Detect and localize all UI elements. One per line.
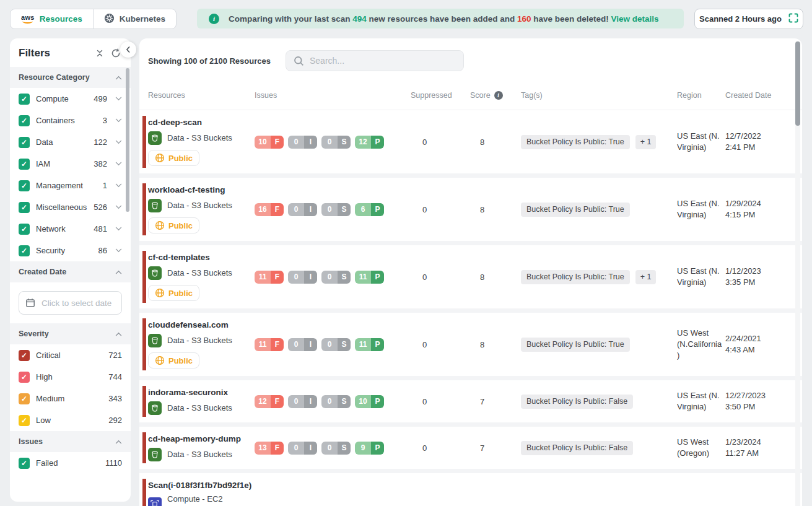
chevron-down-icon[interactable] — [113, 118, 122, 123]
checkbox-checked-icon[interactable]: ✓ — [19, 245, 30, 256]
suppressed-badge[interactable]: 0S — [321, 271, 351, 284]
chevron-down-icon[interactable] — [113, 227, 122, 231]
filter-item-medium[interactable]: ✓Medium343 — [10, 388, 131, 409]
resource-name[interactable]: cd-heap-memory-dump — [148, 434, 255, 443]
informational-badge[interactable]: 0I — [288, 442, 317, 455]
passed-badge[interactable]: 11P — [355, 338, 384, 351]
table-row[interactable]: workload-cf-testing Data - S3 Buckets — [139, 178, 802, 245]
checkbox-checked-icon[interactable]: ✓ — [19, 94, 30, 105]
resource-name[interactable]: Scan(i-018f3f1fb7bd92f1e) — [148, 481, 255, 490]
checkbox-checked-icon[interactable]: ✓ — [19, 180, 30, 191]
failed-badge[interactable]: 12F — [255, 395, 284, 408]
filter-item-security[interactable]: ✓Security86 — [10, 240, 131, 261]
search-box[interactable] — [286, 50, 464, 71]
filter-item-critical[interactable]: ✓Critical721 — [10, 344, 131, 366]
failed-badge[interactable]: 16F — [255, 203, 284, 216]
informational-badge[interactable]: 0I — [288, 271, 317, 284]
col-tags[interactable]: Tag(s) — [521, 91, 677, 100]
table-row[interactable]: cd-deep-scan Data - S3 Buckets — [139, 110, 802, 178]
table-row[interactable]: Scan(i-018f3f1fb7bd92f1e) Compute - EC2 … — [139, 473, 802, 506]
chevron-down-icon[interactable] — [113, 162, 122, 166]
resource-name[interactable]: workload-cf-testing — [148, 185, 255, 194]
table-row[interactable]: clouddefenseai.com Data - S3 Buckets — [139, 313, 802, 380]
resource-name[interactable]: cd-deep-scan — [148, 118, 255, 127]
checkbox-checked-icon[interactable]: ✓ — [19, 458, 30, 469]
col-resources[interactable]: Resources — [148, 91, 255, 100]
tab-kubernetes[interactable]: Kubernetes — [93, 9, 176, 28]
informational-badge[interactable]: 0I — [288, 136, 317, 149]
table-row[interactable]: cd-heap-memory-dump Data - S3 Buckets — [139, 427, 802, 473]
passed-badge[interactable]: 11P — [355, 271, 384, 284]
filter-item-network[interactable]: ✓Network481 — [10, 218, 131, 240]
chevron-down-icon[interactable] — [113, 205, 122, 209]
checkbox-checked-icon[interactable]: ✓ — [19, 415, 30, 426]
suppressed-badge[interactable]: 0S — [321, 395, 351, 408]
col-issues[interactable]: Issues — [255, 91, 411, 100]
table-row[interactable]: cf-cd-templates Data - S3 Buckets — [139, 245, 802, 313]
passed-badge[interactable]: 9P — [355, 442, 384, 455]
passed-badge[interactable]: 10P — [355, 395, 384, 408]
checkbox-checked-icon[interactable]: ✓ — [19, 372, 30, 383]
tab-aws-resources[interactable]: aws Resources — [11, 9, 93, 28]
section-resource-category[interactable]: Resource Category — [10, 67, 131, 88]
extra-tags-pill[interactable]: + 1 — [635, 270, 657, 284]
filter-item-compute[interactable]: ✓Compute499 — [10, 88, 131, 110]
col-score[interactable]: Score i — [470, 91, 521, 100]
badge-count: 0 — [321, 442, 338, 455]
filter-item-data[interactable]: ✓Data122 — [10, 131, 131, 153]
informational-badge[interactable]: 0I — [288, 203, 317, 216]
resource-name[interactable]: indorama-securonix — [148, 388, 255, 397]
suppressed-badge[interactable]: 0S — [321, 338, 351, 351]
chevron-down-icon[interactable] — [113, 140, 122, 144]
passed-badge[interactable]: 6P — [355, 203, 384, 216]
suppressed-badge[interactable]: 0S — [321, 203, 351, 216]
filter-item-iam[interactable]: ✓IAM382 — [10, 153, 131, 175]
failed-badge[interactable]: 13F — [255, 442, 284, 455]
informational-badge[interactable]: 0I — [288, 338, 317, 351]
search-icon — [294, 56, 304, 66]
filter-item-miscellaneous[interactable]: ✓Miscellaneous526 — [10, 196, 131, 218]
failed-badge[interactable]: 11F — [255, 338, 284, 351]
checkbox-checked-icon[interactable]: ✓ — [19, 115, 30, 126]
score-info-icon[interactable]: i — [494, 91, 503, 100]
checkbox-checked-icon[interactable]: ✓ — [19, 137, 30, 148]
chevron-down-icon[interactable] — [113, 97, 122, 101]
collapse-sidebar-button[interactable] — [120, 41, 136, 58]
table-row[interactable]: indorama-securonix Data - S3 Buckets — [139, 380, 802, 427]
section-created-date[interactable]: Created Date — [10, 261, 131, 282]
scan-comparison-banner: i Comparing with your last scan 494 new … — [197, 9, 684, 28]
failed-badge[interactable]: 10F — [255, 136, 284, 149]
checkbox-checked-icon[interactable]: ✓ — [19, 202, 30, 213]
suppressed-badge[interactable]: 0S — [321, 442, 351, 455]
filter-item-high[interactable]: ✓High744 — [10, 366, 131, 388]
col-created[interactable]: Created Date — [725, 91, 790, 100]
col-suppressed[interactable]: Suppressed — [411, 91, 470, 100]
informational-badge[interactable]: 0I — [288, 395, 317, 408]
checkbox-checked-icon[interactable]: ✓ — [19, 224, 30, 235]
resource-name[interactable]: clouddefenseai.com — [148, 320, 255, 329]
filter-item-failed[interactable]: ✓Failed1110 — [10, 452, 131, 474]
failed-badge[interactable]: 11F — [255, 271, 284, 284]
chevron-down-icon[interactable] — [113, 248, 122, 253]
table-scrollbar-thumb[interactable] — [795, 41, 800, 126]
filter-item-management[interactable]: ✓Management1 — [10, 175, 131, 196]
section-severity[interactable]: Severity — [10, 323, 131, 344]
extra-tags-pill[interactable]: + 1 — [635, 135, 657, 149]
checkbox-checked-icon[interactable]: ✓ — [19, 350, 30, 361]
date-picker-input[interactable]: Click to select date — [19, 291, 122, 315]
section-issues[interactable]: Issues — [10, 431, 131, 452]
filter-item-containers[interactable]: ✓Containers3 — [10, 110, 131, 131]
sidebar-scrollbar[interactable] — [126, 68, 129, 212]
filter-item-low[interactable]: ✓Low292 — [10, 409, 131, 431]
view-details-link[interactable]: View details — [611, 14, 659, 24]
checkbox-checked-icon[interactable]: ✓ — [19, 393, 30, 404]
search-input[interactable] — [310, 56, 446, 66]
col-region[interactable]: Region — [677, 91, 725, 100]
checkbox-checked-icon[interactable]: ✓ — [19, 159, 30, 170]
scanned-status-button[interactable]: Scanned 2 Hours ago — [694, 9, 803, 29]
passed-badge[interactable]: 12P — [355, 136, 384, 149]
collapse-all-icon[interactable] — [94, 47, 106, 59]
chevron-down-icon[interactable] — [113, 183, 122, 188]
resource-name[interactable]: cf-cd-templates — [148, 253, 255, 262]
suppressed-badge[interactable]: 0S — [321, 136, 351, 149]
